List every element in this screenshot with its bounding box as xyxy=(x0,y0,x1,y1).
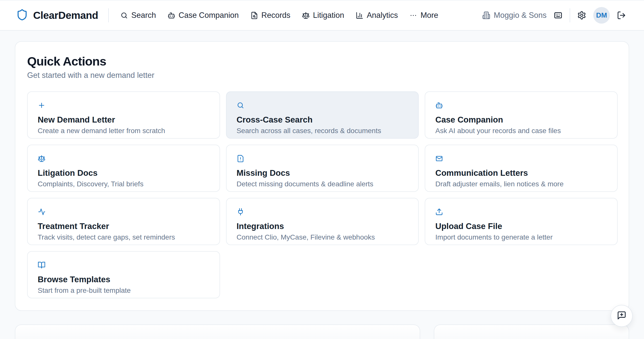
top-nav: ClearDemand Search Case Companion Record… xyxy=(0,0,644,31)
keyboard-icon xyxy=(554,11,563,20)
nav-item-label: Analytics xyxy=(367,11,398,20)
book-open-icon xyxy=(38,261,45,269)
mail-icon xyxy=(435,155,443,162)
nav-item-analytics[interactable]: Analytics xyxy=(356,11,398,20)
nav-divider xyxy=(108,8,109,22)
card-title: Communication Letters xyxy=(435,168,528,178)
card-title: Integrations xyxy=(237,221,284,231)
card-browse-templates[interactable]: Browse Templates Start from a pre-built … xyxy=(27,251,220,298)
card-description: Search across all cases, records & docum… xyxy=(237,127,381,135)
nav-item-case-companion[interactable]: Case Companion xyxy=(168,11,239,20)
page-title: Quick Actions xyxy=(27,54,618,68)
card-upload-case-file[interactable]: Upload Case File Import documents to gen… xyxy=(425,198,618,245)
card-title: Treatment Tracker xyxy=(38,221,109,231)
quick-actions-panel: Quick Actions Get started with a new dem… xyxy=(15,41,629,311)
card-communication-letters[interactable]: Communication Letters Draft adjuster ema… xyxy=(425,145,618,192)
card-description: Ask AI about your records and case files xyxy=(435,127,561,135)
card-description: Draft adjuster emails, lien notices & mo… xyxy=(435,180,563,188)
card-title: Browse Templates xyxy=(38,275,110,284)
nav-item-search[interactable]: Search xyxy=(120,11,156,20)
primary-nav: Search Case Companion Records Litigation… xyxy=(120,11,438,20)
card-title: Missing Docs xyxy=(237,168,290,178)
user-avatar[interactable]: DM xyxy=(593,7,610,24)
main-content: Quick Actions Get started with a new dem… xyxy=(0,41,644,311)
scale-icon xyxy=(38,155,45,162)
scale-icon xyxy=(302,12,310,19)
quick-actions-grid: New Demand Letter Create a new demand le… xyxy=(27,91,618,298)
card-description: Detect missing documents & deadline aler… xyxy=(237,180,373,188)
page-subtitle: Get started with a new demand letter xyxy=(27,71,618,80)
nav-item-more[interactable]: More xyxy=(409,11,438,20)
shield-logo-icon xyxy=(16,9,28,22)
card-description: Connect Clio, MyCase, Filevine & webhook… xyxy=(237,233,375,241)
plug-icon xyxy=(237,208,244,216)
card-title: Upload Case File xyxy=(435,221,502,231)
card-title: Cross-Case Search xyxy=(237,115,313,125)
card-description: Import documents to generate a letter xyxy=(435,233,553,241)
brand[interactable]: ClearDemand xyxy=(16,9,98,22)
file-search-icon xyxy=(250,12,258,19)
card-description: Start from a pre-built template xyxy=(38,287,131,295)
org-switcher[interactable]: Moggio & Sons xyxy=(482,11,547,20)
card-integrations[interactable]: Integrations Connect Clio, MyCase, Filev… xyxy=(226,198,419,245)
nav-item-label: Case Companion xyxy=(179,11,239,20)
nav-right-cluster: Moggio & Sons DM xyxy=(482,7,626,24)
log-out-icon xyxy=(617,11,626,20)
card-title: Case Companion xyxy=(435,115,503,125)
nav-item-label: Litigation xyxy=(313,11,344,20)
nav-item-label: Search xyxy=(131,11,156,20)
file-alert-icon xyxy=(237,155,244,162)
bot-icon xyxy=(168,12,175,19)
app-window: ClearDemand Search Case Companion Record… xyxy=(0,0,644,339)
message-square-plus-icon xyxy=(617,311,626,321)
upload-icon xyxy=(435,208,443,216)
card-description: Track visits, detect care gaps, set remi… xyxy=(38,233,175,241)
bot-icon xyxy=(435,101,443,109)
feedback-button[interactable] xyxy=(611,305,633,327)
search-icon xyxy=(120,12,128,19)
nav-item-records[interactable]: Records xyxy=(250,11,290,20)
plus-icon xyxy=(38,101,45,109)
ellipsis-icon xyxy=(409,12,417,19)
search-icon xyxy=(237,101,244,109)
card-cross-case-search[interactable]: Cross-Case Search Search across all case… xyxy=(226,91,419,139)
section-card-partial-left xyxy=(15,324,420,339)
org-name: Moggio & Sons xyxy=(494,11,547,20)
card-title: New Demand Letter xyxy=(38,115,115,125)
gear-icon xyxy=(577,11,586,20)
chart-column-icon xyxy=(356,12,363,19)
building-icon xyxy=(482,11,490,19)
activity-icon xyxy=(38,208,45,216)
card-litigation-docs[interactable]: Litigation Docs Complaints, Discovery, T… xyxy=(27,145,220,192)
nav-item-label: More xyxy=(420,11,438,20)
card-title: Litigation Docs xyxy=(38,168,97,178)
card-new-demand-letter[interactable]: New Demand Letter Create a new demand le… xyxy=(27,91,220,139)
nav-item-litigation[interactable]: Litigation xyxy=(302,11,344,20)
section-card-partial-right xyxy=(434,324,629,339)
brand-name: ClearDemand xyxy=(33,10,98,21)
nav-divider xyxy=(570,8,570,22)
keyboard-shortcuts-button[interactable] xyxy=(554,11,563,20)
logout-button[interactable] xyxy=(617,11,626,20)
card-treatment-tracker[interactable]: Treatment Tracker Track visits, detect c… xyxy=(27,198,220,245)
card-description: Create a new demand letter from scratch xyxy=(38,127,165,135)
card-case-companion[interactable]: Case Companion Ask AI about your records… xyxy=(425,91,618,139)
nav-item-label: Records xyxy=(261,11,290,20)
card-missing-docs[interactable]: Missing Docs Detect missing documents & … xyxy=(226,145,419,192)
settings-button[interactable] xyxy=(577,11,586,20)
avatar-initials: DM xyxy=(596,11,607,19)
card-description: Complaints, Discovery, Trial briefs xyxy=(38,180,143,188)
